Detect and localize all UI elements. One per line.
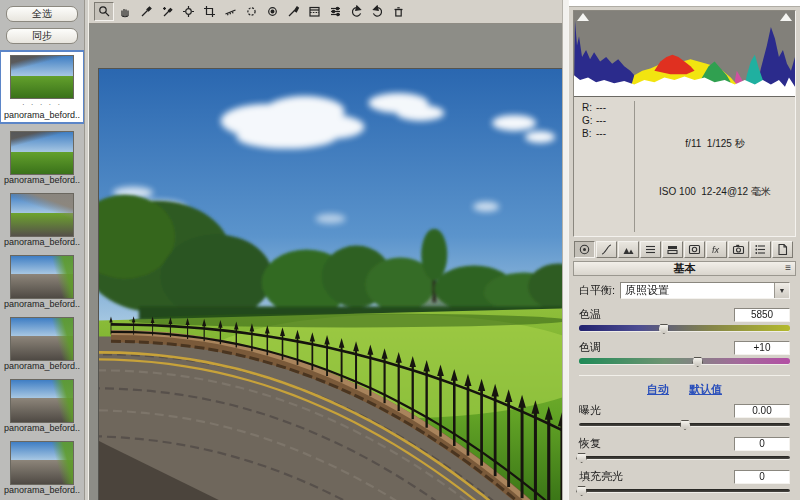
- adjustments-panel: R:--- G:--- B:--- f/11 1/125 秒 ISO 100 1…: [568, 0, 800, 500]
- tab-basic[interactable]: [574, 241, 595, 258]
- recovery-value[interactable]: 0: [734, 437, 790, 451]
- panel-menu-icon[interactable]: ≡: [785, 262, 791, 273]
- dialog-top-edge: [569, 0, 800, 7]
- slider-exposure: 曝光0.00: [579, 403, 790, 431]
- fill-light-slider-thumb[interactable]: [576, 486, 587, 496]
- separator: [579, 375, 790, 376]
- histogram-panel: R:--- G:--- B:--- f/11 1/125 秒 ISO 100 1…: [573, 10, 796, 237]
- tab-effects[interactable]: fx: [706, 241, 727, 258]
- targeted-adjustment-tool[interactable]: [178, 2, 198, 21]
- temperature-slider-thumb[interactable]: [658, 324, 669, 334]
- slider-recovery: 恢复0: [579, 436, 790, 464]
- thumbnail-image[interactable]: [10, 379, 74, 423]
- filmstrip-item[interactable]: panorama_beford...: [4, 255, 80, 310]
- exposure-value[interactable]: 0.00: [734, 404, 790, 418]
- tab-detail[interactable]: [618, 241, 639, 258]
- thumbnail-image[interactable]: [10, 441, 74, 485]
- thumbnail-image[interactable]: [10, 317, 74, 361]
- tint-label: 色调: [579, 340, 601, 355]
- rgb-readout: R:--- G:--- B:---: [576, 101, 632, 232]
- rating-dots[interactable]: · · · · ·: [22, 99, 62, 110]
- straighten-tool[interactable]: [220, 2, 240, 21]
- color-sampler-tool[interactable]: [157, 2, 177, 21]
- rotate-right-tool[interactable]: [367, 2, 387, 21]
- thumbnail-image[interactable]: [10, 193, 74, 237]
- svg-text:fx: fx: [712, 245, 720, 255]
- thumbnail-filename: panorama_beford...: [4, 299, 80, 310]
- graduated-filter-tool[interactable]: [304, 2, 324, 21]
- tab-tone-curve[interactable]: [596, 241, 617, 258]
- filmstrip-item[interactable]: · · · · ·panorama_beford...: [0, 50, 84, 124]
- temperature-label: 色温: [579, 307, 601, 322]
- fill-light-slider-track[interactable]: [579, 489, 790, 493]
- preview-canvas: [89, 24, 562, 500]
- thumbnail-filename: panorama_beford...: [4, 175, 80, 186]
- exposure-slider-thumb[interactable]: [680, 420, 691, 430]
- slider-temperature: 色温5850: [579, 307, 790, 335]
- zoom-tool[interactable]: [94, 2, 114, 21]
- tint-slider-track[interactable]: [579, 358, 790, 365]
- tab-presets[interactable]: [750, 241, 771, 258]
- auto-link[interactable]: 自动: [647, 382, 669, 397]
- adjustment-brush-tool[interactable]: [283, 2, 303, 21]
- delete-tool[interactable]: [388, 2, 408, 21]
- thumbnail-image[interactable]: [10, 255, 74, 299]
- thumbnail-filename: panorama_beford...: [4, 110, 80, 121]
- filmstrip: 全选 同步 · · · · ·panorama_beford...panoram…: [0, 0, 84, 500]
- preferences-tool[interactable]: [325, 2, 345, 21]
- white-balance-value: 原照设置: [625, 283, 669, 298]
- sync-button[interactable]: 同步: [6, 28, 78, 44]
- spot-removal-tool[interactable]: [241, 2, 261, 21]
- filmstrip-item[interactable]: panorama_beford...: [4, 317, 80, 372]
- histogram: [574, 11, 795, 97]
- thumbnail-filename: panorama_beford...: [4, 237, 80, 248]
- image-info: R:--- G:--- B:--- f/11 1/125 秒 ISO 100 1…: [574, 97, 795, 236]
- tint-value[interactable]: +10: [734, 341, 790, 355]
- slider-tint: 色调+10: [579, 340, 790, 368]
- select-all-button[interactable]: 全选: [6, 6, 78, 22]
- landscape-photo: [99, 69, 562, 500]
- fill-light-label: 填充亮光: [579, 469, 623, 484]
- thumbnail-filename: panorama_beford...: [4, 485, 80, 496]
- preview-image[interactable]: [98, 68, 562, 500]
- rotate-left-tool[interactable]: [346, 2, 366, 21]
- red-eye-tool[interactable]: [262, 2, 282, 21]
- filmstrip-items: · · · · ·panorama_beford...panorama_befo…: [4, 50, 80, 500]
- white-balance-tool[interactable]: [136, 2, 156, 21]
- temperature-value[interactable]: 5850: [734, 308, 790, 322]
- exif-lens: ISO 100 12-24@12 毫米: [637, 184, 793, 200]
- tab-lens-corrections[interactable]: [684, 241, 705, 258]
- recovery-slider-track[interactable]: [579, 456, 790, 460]
- tone-sliders: 曝光0.00恢复0填充亮光0黑色5亮度+50对比度+25: [579, 403, 790, 500]
- tab-camera-calibration[interactable]: [728, 241, 749, 258]
- filmstrip-item[interactable]: panorama_beford...: [4, 441, 80, 496]
- divider: [634, 101, 635, 232]
- recovery-slider-thumb[interactable]: [576, 453, 587, 463]
- camera-raw-dialog: 全选 同步 · · · · ·panorama_beford...panoram…: [0, 0, 800, 500]
- thumbnail-image[interactable]: [10, 131, 74, 175]
- selected-thumbnail-card[interactable]: · · · · ·panorama_beford...: [0, 50, 84, 124]
- thumbnail-filename: panorama_beford...: [4, 423, 80, 434]
- crop-tool[interactable]: [199, 2, 219, 21]
- exposure-label: 曝光: [579, 403, 601, 418]
- white-balance-select[interactable]: 原照设置 ▼: [620, 282, 790, 299]
- thumbnail-image[interactable]: [10, 55, 74, 99]
- filmstrip-item[interactable]: panorama_beford...: [4, 193, 80, 248]
- panel-title: 基本: [674, 261, 696, 276]
- filmstrip-item[interactable]: panorama_beford...: [4, 131, 80, 186]
- panel-header: 基本 ≡: [573, 261, 796, 276]
- white-balance-row: 白平衡: 原照设置 ▼: [579, 282, 790, 299]
- histogram-plot: [574, 11, 795, 96]
- panel-tabs: fx: [574, 241, 796, 258]
- tint-slider-thumb[interactable]: [692, 357, 703, 367]
- fill-light-value[interactable]: 0: [734, 470, 790, 484]
- temperature-slider-track[interactable]: [579, 325, 790, 332]
- thumbnail-filename: panorama_beford...: [4, 361, 80, 372]
- hand-tool[interactable]: [115, 2, 135, 21]
- toolbar: [89, 0, 568, 24]
- default-link[interactable]: 默认值: [689, 382, 722, 397]
- filmstrip-item[interactable]: panorama_beford...: [4, 379, 80, 434]
- tab-split-toning[interactable]: [662, 241, 683, 258]
- tab-hsl-grayscale[interactable]: [640, 241, 661, 258]
- tab-snapshots[interactable]: [772, 241, 793, 258]
